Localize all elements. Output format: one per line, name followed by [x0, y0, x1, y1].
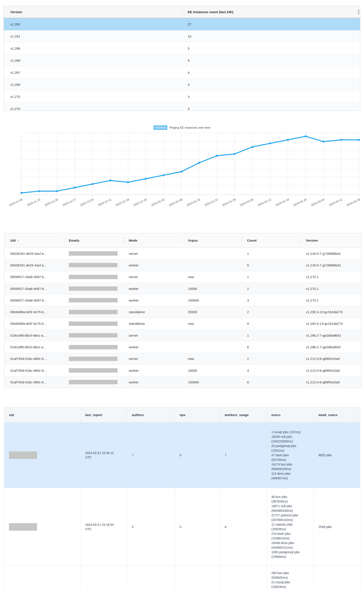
- table-row[interactable]: v1.2703: [4, 91, 360, 103]
- count-cell: 4: [241, 369, 300, 372]
- line-chart-svg[interactable]: 2023-11-062023-11-132023-11-202023-11-27…: [6, 131, 362, 208]
- uid-cell: 00e6469a-6ef2-4c75-b…: [4, 310, 64, 314]
- table-row[interactable]: 01af745d-01bc-4891-8…worker1000006v1.212…: [4, 376, 361, 388]
- table-row[interactable]: 00594f17-43a8-40d7-b…worker100002v1.275.…: [4, 283, 361, 294]
- column-header-vcpus[interactable]: Vcpus: [183, 238, 241, 242]
- count-cell: 3: [182, 95, 360, 99]
- version-cell: v1.216.0-7-g726866b41: [300, 252, 361, 255]
- x-axis-tick-label: 2023-11-20: [44, 198, 59, 207]
- column-header-version[interactable]: Version: [300, 238, 361, 242]
- table-row[interactable]: 2024-03-21 15:34:12 UTC7571 mssql jobs (…: [4, 422, 360, 488]
- ops-cell: 5: [175, 423, 220, 488]
- table-row[interactable]: v1.2904: [4, 79, 360, 91]
- table-row[interactable]: v1.29110: [4, 30, 360, 42]
- version-cell: v1.212.0-6-g89f42c0a5: [300, 369, 361, 372]
- table-row[interactable]: 00594f17-43a8-40d7-b…servermax1v1.275.1: [4, 271, 361, 283]
- instances-table: Uid↑ Emails Mode Vcpus Count Version 000…: [4, 233, 362, 388]
- data-point[interactable]: [127, 181, 129, 183]
- table-row[interactable]: 01af745d-01bc-4891-8…servermax2v1.212.0-…: [4, 353, 361, 365]
- table-row[interactable]: v1.2895: [4, 54, 360, 66]
- column-header-emails[interactable]: Emails: [64, 238, 124, 242]
- version-cell: v1.292: [4, 22, 182, 26]
- line-chart[interactable]: 2023-11-062023-11-132023-11-202023-11-27…: [6, 131, 362, 208]
- version-cell: v1.289: [4, 59, 182, 62]
- data-point[interactable]: [163, 174, 165, 176]
- count-cell: 10: [182, 34, 360, 38]
- version-cell: v1.275.1: [300, 287, 361, 291]
- version-cell: v1.212.0-6-g89f42c0a5: [300, 357, 361, 361]
- last-report-cell: 2024-03-21 15:34:12 UTC: [80, 423, 127, 488]
- week-execs-cell: 8925 jobs: [314, 423, 360, 488]
- data-point[interactable]: [198, 162, 200, 164]
- column-divider: [124, 238, 124, 243]
- data-point[interactable]: [287, 139, 289, 141]
- scrollbar-thumb[interactable]: [358, 9, 359, 14]
- version-cell: v1.286: [4, 46, 182, 50]
- table-row[interactable]: v1.29227: [4, 18, 360, 30]
- emails-cell: [64, 368, 124, 373]
- mode-cell: worker: [124, 345, 183, 349]
- table-row[interactable]: v1.2874: [4, 66, 360, 79]
- column-header-last-report[interactable]: last_report: [80, 407, 127, 422]
- workers-usage-cell: [220, 566, 267, 589]
- table-row[interactable]: 019cc6f8-d0c0-4be1-a…server1v1.286.2-7-g…: [4, 330, 361, 341]
- column-header-workers-usage[interactable]: workers_usage: [220, 407, 267, 422]
- version-cell: v1.291: [4, 34, 182, 38]
- redacted-email: [69, 298, 117, 302]
- column-header-ee-instances-count[interactable]: EE Instances count (last 24h): [182, 10, 360, 14]
- ops-cell: [175, 566, 220, 589]
- table-row[interactable]: v1.2865: [4, 42, 360, 54]
- uid-cell: 01af745d-01bc-4891-8…: [4, 380, 64, 384]
- table-row[interactable]: 00028181-de25-4acf-a…server1v1.216.0-7-g…: [4, 248, 361, 259]
- emails-cell: [64, 310, 124, 314]
- column-header-uid[interactable]: Uid↑: [4, 238, 64, 242]
- column-header-uid[interactable]: uid: [4, 407, 80, 422]
- data-point[interactable]: [74, 186, 76, 189]
- column-header-week-execs[interactable]: week_execs: [314, 407, 360, 422]
- last-report-cell: 2024-03-21 15:19:54 UTC: [80, 488, 127, 566]
- data-point[interactable]: [92, 183, 94, 185]
- column-header-ops[interactable]: ops: [175, 407, 220, 422]
- count-cell: 2: [241, 310, 300, 314]
- data-point[interactable]: [234, 153, 236, 155]
- redacted-email: [69, 380, 117, 384]
- data-point[interactable]: [252, 146, 254, 148]
- data-point[interactable]: [358, 139, 360, 141]
- data-point[interactable]: [323, 141, 325, 143]
- count-cell: 5: [241, 263, 300, 267]
- data-point[interactable]: [216, 155, 218, 157]
- table-row[interactable]: 01af745d-01bc-4891-8…worker100004v1.212.…: [4, 365, 361, 376]
- table-row[interactable]: 260 bun jobs(549925ms)21 mysql jobs(1992…: [4, 566, 360, 589]
- data-point[interactable]: [38, 190, 40, 192]
- column-header-execs[interactable]: execs: [267, 407, 314, 422]
- chart-legend[interactable]: Pinging EE instances over time: [0, 126, 364, 130]
- data-point[interactable]: [145, 178, 147, 180]
- table-row[interactable]: 00594f17-43a8-40d7-b…worker1000003v1.275…: [4, 294, 361, 306]
- data-point[interactable]: [269, 142, 271, 144]
- mode-cell: standalone: [124, 310, 183, 314]
- count-cell: 6: [241, 345, 300, 349]
- column-header-count[interactable]: Count: [241, 238, 300, 242]
- uid-cell: 019cc6f8-d0c0-4be1-a…: [4, 345, 64, 349]
- column-divider: [300, 238, 301, 243]
- data-point[interactable]: [181, 171, 182, 173]
- data-point[interactable]: [21, 192, 23, 194]
- table-row[interactable]: 2024-03-21 15:19:54 UTC50648 bun jobs(38…: [4, 488, 360, 566]
- table-row[interactable]: 00028181-de25-4acf-a…worker5v1.216.0-7-g…: [4, 259, 361, 271]
- data-point[interactable]: [110, 179, 111, 181]
- column-header-authors[interactable]: authors: [127, 407, 175, 422]
- redacted-email: [69, 310, 117, 314]
- vcpus-cell: 100000: [183, 298, 241, 302]
- data-point[interactable]: [340, 139, 342, 141]
- column-header-mode[interactable]: Mode: [124, 238, 183, 242]
- emails-cell: [64, 298, 124, 302]
- count-cell: 8: [241, 322, 300, 325]
- table-row[interactable]: 019cc6f8-d0c0-4be1-a…worker6v1.286.2-7-g…: [4, 341, 361, 353]
- table-row[interactable]: 00e6469a-6ef2-4c75-b…standalone250002v1.…: [4, 306, 361, 318]
- version-cell: v1.275.1: [300, 298, 361, 302]
- data-point[interactable]: [305, 135, 307, 137]
- data-point[interactable]: [56, 190, 58, 192]
- column-header-version[interactable]: Version: [4, 10, 182, 14]
- table-row[interactable]: v1.2753: [4, 103, 360, 111]
- table-row[interactable]: 00e6469a-6ef2-4c75-b…standalonemax8v1.29…: [4, 318, 361, 330]
